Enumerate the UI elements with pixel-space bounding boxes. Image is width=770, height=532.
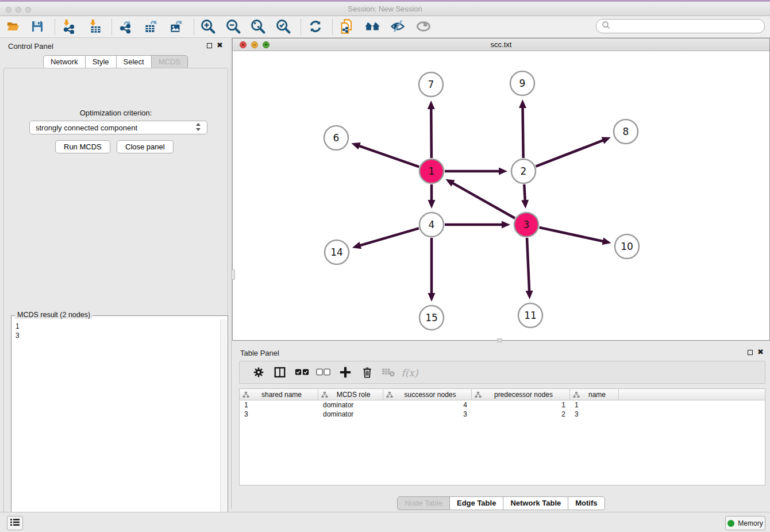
mcds-result-list[interactable]: 13 <box>12 319 220 531</box>
status-bar: Memory <box>0 512 770 532</box>
tab-network-table[interactable]: Network Table <box>503 496 568 510</box>
edge-arrowhead <box>526 291 533 299</box>
graph-edge-2-3[interactable] <box>524 184 525 202</box>
import-network-button[interactable] <box>60 18 78 36</box>
zoom-fit-button[interactable] <box>249 18 267 36</box>
zoom-selected-button[interactable] <box>275 18 292 36</box>
graph-node-10[interactable]: 10 <box>615 234 639 259</box>
graph-edge-2-9[interactable] <box>523 106 523 158</box>
graph-edge-3-11[interactable] <box>527 238 529 292</box>
zoom-selected-icon <box>275 18 291 36</box>
deselect-all-button[interactable] <box>315 365 332 381</box>
column-header-successor-nodes[interactable]: successor nodes <box>383 389 472 400</box>
export-image-button[interactable] <box>167 18 184 36</box>
delete-table-button <box>380 365 397 381</box>
graph-node-11[interactable]: 11 <box>518 303 542 327</box>
tab-node-table[interactable]: Node Table <box>397 496 450 510</box>
table-row[interactable]: 3dominator323 <box>240 410 765 419</box>
vertical-splitter-handle[interactable] <box>231 269 235 280</box>
houses-icon <box>364 19 381 36</box>
network-window-titlebar[interactable]: × − + scc.txt <box>233 38 769 51</box>
node-label: 15 <box>425 312 438 323</box>
select-all-button[interactable] <box>294 365 311 381</box>
graph-node-3[interactable]: 3 <box>514 213 538 237</box>
add-column-button[interactable] <box>337 365 354 381</box>
graph-edge-1-7[interactable] <box>431 107 432 158</box>
show-graphics-button[interactable] <box>415 18 432 36</box>
graph-node-7[interactable]: 7 <box>419 72 443 97</box>
graph-node-8[interactable]: 8 <box>614 119 638 144</box>
column-header-MCDS-role[interactable]: MCDS role <box>318 389 383 400</box>
split-pane-icon <box>274 366 286 380</box>
edge-arrowhead <box>519 99 526 108</box>
tab-style[interactable]: Style <box>85 55 117 69</box>
edge-arrowhead <box>351 142 360 149</box>
column-header-predecessor-nodes[interactable]: predecessor nodes <box>472 389 570 400</box>
graph-node-2[interactable]: 2 <box>511 159 536 183</box>
float-panel-icon[interactable] <box>207 43 212 48</box>
trash-icon <box>361 366 373 380</box>
graph-node-4[interactable]: 4 <box>419 213 444 237</box>
network-window-title: scc.txt <box>233 40 769 49</box>
table-panel-header: Table Panel ✖ <box>232 345 770 361</box>
task-history-button[interactable] <box>7 516 23 530</box>
graph-node-9[interactable]: 9 <box>510 71 534 95</box>
table-settings-button[interactable] <box>250 365 267 381</box>
export-table-button[interactable] <box>142 18 159 36</box>
graph-node-1[interactable]: 1 <box>419 159 444 183</box>
memory-button[interactable]: Memory <box>725 516 765 530</box>
graph-node-15[interactable]: 15 <box>419 306 444 330</box>
tab-motifs[interactable]: Motifs <box>568 496 605 510</box>
hide-graphics-button[interactable] <box>389 18 406 36</box>
close-panel-icon[interactable]: ✖ <box>217 41 223 49</box>
zoom-out-button[interactable] <box>225 18 242 36</box>
run-mcds-button[interactable]: Run MCDS <box>55 140 110 153</box>
table-row[interactable]: 1dominator411 <box>240 400 765 410</box>
graph-edge-1-6[interactable] <box>358 145 419 167</box>
column-layout-button[interactable] <box>271 365 288 381</box>
tab-select[interactable]: Select <box>116 55 152 69</box>
import-table-button[interactable] <box>87 18 104 36</box>
open-session-button[interactable] <box>5 18 22 36</box>
delete-column-button[interactable] <box>359 365 376 381</box>
save-session-button[interactable] <box>29 18 46 36</box>
mcds-result-scrollbar[interactable] <box>220 319 227 531</box>
column-header-name[interactable]: name <box>570 389 619 400</box>
close-panel-icon[interactable]: ✖ <box>757 348 764 356</box>
close-panel-button[interactable]: Close panel <box>117 140 174 153</box>
tab-mcds[interactable]: MCDS <box>151 55 188 69</box>
sort-tree-icon <box>242 391 249 400</box>
search-input[interactable] <box>596 19 765 33</box>
node-label: 10 <box>621 241 633 252</box>
node-label: 4 <box>429 219 435 230</box>
graph-edge-3-1[interactable] <box>452 183 515 218</box>
graph-edge-4-14[interactable] <box>359 228 419 245</box>
horizontal-splitter-handle[interactable] <box>497 338 502 342</box>
sort-tree-icon <box>386 391 393 400</box>
network-canvas[interactable]: 7968124314101511 <box>233 51 769 340</box>
tab-edge-table[interactable]: Edge Table <box>449 496 503 510</box>
checked-boxes-icon <box>295 368 310 377</box>
mcds-result-box: MCDS result (2 nodes) 13 <box>11 315 228 532</box>
optimization-criterion-select[interactable]: strongly connected component <box>29 121 207 134</box>
copy-network-document-button[interactable] <box>338 18 356 36</box>
table-cell: 3 <box>570 410 619 419</box>
edge-arrowhead <box>428 101 435 109</box>
plus-icon <box>339 366 352 380</box>
first-neighbors-button[interactable] <box>364 18 381 36</box>
function-builder-button: f(x) <box>401 365 418 381</box>
column-header-shared-name[interactable]: shared name <box>240 389 318 400</box>
export-network-button[interactable] <box>117 18 134 36</box>
graph-edge-2-8[interactable] <box>536 140 604 166</box>
refresh-button[interactable] <box>307 18 324 36</box>
float-panel-icon[interactable] <box>748 350 753 355</box>
graph-node-6[interactable]: 6 <box>324 126 348 150</box>
control-panel-title: Control Panel <box>8 42 53 51</box>
graph-node-14[interactable]: 14 <box>325 240 349 264</box>
zoom-in-button[interactable] <box>199 18 217 36</box>
table-cell: 1 <box>240 400 318 410</box>
tab-network[interactable]: Network <box>43 55 86 69</box>
graph-edge-3-10[interactable] <box>539 228 604 242</box>
chevron-up-down-icon <box>195 122 201 133</box>
window-title: Session: New Session <box>0 5 770 13</box>
